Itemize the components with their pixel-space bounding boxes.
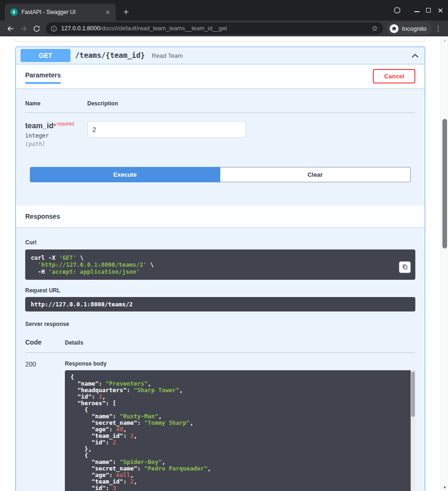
cancel-button[interactable]: Cancel bbox=[373, 69, 415, 83]
reload-icon[interactable] bbox=[30, 22, 43, 35]
endpoint-summary: Read Team bbox=[152, 52, 410, 59]
url-origin: 127.0.0.1:8000 bbox=[61, 25, 100, 32]
parameter-location: (path) bbox=[25, 141, 87, 147]
page-scroll-thumb[interactable] bbox=[442, 119, 447, 249]
incognito-badge: Incognito bbox=[387, 22, 432, 35]
response-body-scroll-thumb[interactable] bbox=[411, 372, 415, 417]
bookmark-star-icon[interactable] bbox=[371, 25, 378, 32]
method-badge: GET bbox=[21, 49, 70, 62]
scroll-up-icon[interactable]: ▲ bbox=[441, 36, 448, 44]
tab-title: FastAPI - Swagger UI bbox=[21, 9, 104, 15]
scroll-down-icon[interactable]: ▼ bbox=[441, 484, 448, 491]
parameter-type: integer bbox=[25, 132, 87, 139]
status-code: 200 bbox=[25, 360, 65, 491]
required-star: * bbox=[53, 122, 56, 130]
parameters-body: Name Description team_id*required intege… bbox=[16, 88, 425, 192]
curl-label: Curl bbox=[25, 239, 415, 246]
opblock-summary[interactable]: GET /teams/{team_id} Read Team bbox=[16, 47, 425, 64]
responses-header: Responses bbox=[16, 205, 425, 227]
parameter-row: team_id*required integer (path) bbox=[25, 113, 415, 147]
code-column-header: Code bbox=[25, 339, 65, 346]
response-body-block: { "name": "Preventers", "headquarters": … bbox=[65, 370, 415, 491]
request-url-label: Request URL bbox=[25, 287, 415, 294]
forward-icon[interactable] bbox=[17, 22, 30, 35]
browser-menu-icon[interactable]: ⋮ bbox=[432, 24, 444, 33]
required-label: required bbox=[57, 121, 74, 126]
browser-tab-strip: FastAPI - Swagger UI ✕ + ✕ bbox=[0, 0, 448, 21]
url-bar[interactable]: 127.0.0.1:8000/docs#/default/read_team_t… bbox=[46, 22, 383, 35]
responses-title: Responses bbox=[25, 213, 60, 220]
parameters-header: Parameters Cancel bbox=[16, 64, 425, 88]
back-icon[interactable] bbox=[4, 22, 17, 35]
details-column-header: Details bbox=[65, 339, 415, 346]
curl-block: curl -X 'GET' \ 'http://127.0.0.1:8000/t… bbox=[25, 249, 415, 280]
response-row: 200 Response body { "name": "Preventers"… bbox=[25, 353, 415, 491]
incognito-label: Incognito bbox=[402, 25, 427, 32]
profile-badge-icon[interactable] bbox=[394, 7, 400, 14]
window-close-button[interactable]: ✕ bbox=[437, 7, 443, 14]
previous-section-bottom bbox=[15, 38, 425, 42]
collapse-chevron-icon[interactable] bbox=[410, 51, 420, 60]
url-text: 127.0.0.1:8000/docs#/default/read_team_t… bbox=[61, 25, 371, 32]
opblock-get-read-team: GET /teams/{team_id} Read Team Parameter… bbox=[15, 47, 425, 491]
fastapi-favicon-icon bbox=[10, 8, 18, 16]
window-maximize-button[interactable] bbox=[426, 8, 431, 13]
response-body-scrollbar[interactable] bbox=[411, 370, 415, 491]
browser-toolbar: 127.0.0.1:8000/docs#/default/read_team_t… bbox=[0, 21, 448, 36]
new-tab-button[interactable]: + bbox=[119, 6, 133, 19]
responses-body: Curl curl -X 'GET' \ 'http://127.0.0.1:8… bbox=[16, 227, 425, 491]
server-response-label: Server response bbox=[25, 321, 415, 327]
parameter-name: team_id*required bbox=[25, 121, 87, 130]
window-minimize-button[interactable] bbox=[414, 11, 420, 12]
copy-icon[interactable] bbox=[399, 261, 411, 273]
request-url-value: http://127.0.0.1:8000/teams/2 bbox=[25, 297, 415, 311]
url-path: /docs#/default/read_team_teams__team_id_… bbox=[100, 25, 227, 32]
execute-button[interactable]: Execute bbox=[30, 167, 220, 182]
tab-close-icon[interactable]: ✕ bbox=[104, 8, 112, 16]
column-header-name: Name bbox=[25, 100, 87, 107]
browser-tab[interactable]: FastAPI - Swagger UI ✕ bbox=[5, 4, 116, 21]
parameters-title: Parameters bbox=[25, 69, 61, 84]
swagger-page: GET /teams/{team_id} Read Team Parameter… bbox=[0, 36, 441, 491]
endpoint-path: /teams/{team_id} bbox=[75, 51, 145, 60]
incognito-icon bbox=[390, 24, 399, 33]
team-id-input[interactable] bbox=[87, 121, 246, 138]
clear-button[interactable]: Clear bbox=[220, 167, 411, 182]
column-header-description: Description bbox=[87, 100, 415, 107]
site-info-icon[interactable] bbox=[50, 25, 57, 32]
page-scrollbar[interactable]: ▲ ▼ bbox=[441, 36, 448, 491]
response-body-label: Response body bbox=[65, 360, 415, 367]
